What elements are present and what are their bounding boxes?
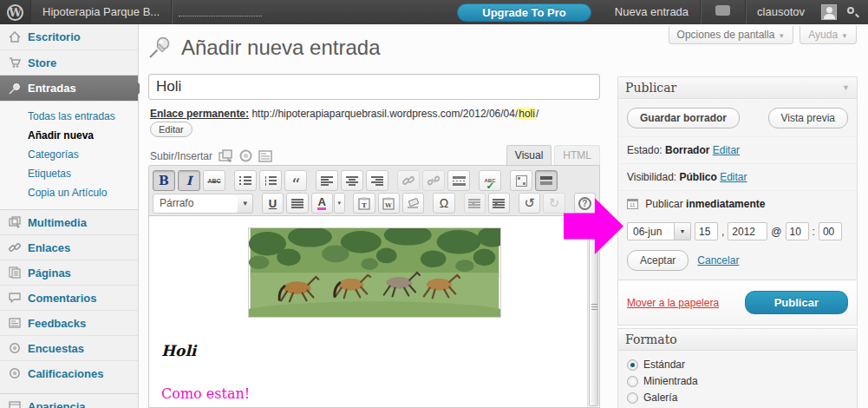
permalink-slug[interactable]: holi bbox=[518, 108, 536, 120]
wordpress-logo[interactable]: W bbox=[0, 0, 31, 24]
post-title-input[interactable] bbox=[148, 74, 600, 100]
hour-input[interactable] bbox=[786, 222, 809, 240]
screen-options-button[interactable]: Opciones de pantalla▼ bbox=[669, 26, 794, 44]
permalink-edit-button[interactable]: Editar bbox=[150, 122, 193, 137]
submenu-item-copia[interactable]: Copia un Artículo bbox=[0, 183, 138, 202]
day-input[interactable] bbox=[695, 222, 718, 240]
underline-button[interactable]: U bbox=[262, 193, 284, 214]
avatar[interactable] bbox=[821, 4, 837, 20]
format-option-galeria[interactable]: Galería bbox=[627, 392, 848, 404]
sidebar-item-calificaciones[interactable]: Calificaciones bbox=[0, 360, 138, 385]
bullet-list-button[interactable] bbox=[234, 170, 257, 191]
sidebar-item-escritorio[interactable]: Escritorio bbox=[0, 24, 138, 49]
schedule-label: Publicar bbox=[645, 198, 682, 210]
year-input[interactable] bbox=[728, 222, 767, 240]
comments-menu[interactable] bbox=[701, 0, 745, 24]
sidebar-item-store[interactable]: Store bbox=[0, 49, 138, 75]
editor-content[interactable]: Holi Como estan! bbox=[149, 215, 599, 407]
sidebar-item-enlaces[interactable]: Enlaces bbox=[0, 234, 138, 260]
bold-button[interactable]: B bbox=[153, 170, 175, 191]
submenu-item-todas[interactable]: Todas las entradas bbox=[0, 107, 138, 126]
post-body-paragraph: Como estan! bbox=[161, 385, 599, 402]
format-option-minientrada[interactable]: Minientrada bbox=[627, 375, 848, 387]
format-option-estandar[interactable]: Estándar bbox=[627, 359, 848, 371]
radio-icon[interactable] bbox=[627, 392, 638, 404]
text-color-button[interactable]: A bbox=[311, 193, 333, 214]
site-name-menu[interactable]: Hipoterapia Parque B... bbox=[31, 0, 171, 24]
justify-button[interactable] bbox=[286, 193, 308, 214]
minute-input[interactable] bbox=[819, 222, 842, 240]
month-select[interactable]: 06-jun ▼ bbox=[627, 222, 691, 240]
italic-button[interactable]: I bbox=[178, 170, 200, 191]
permalink-url: http://hipoterapiaparquebrasil.wordpress… bbox=[251, 108, 518, 120]
format-panel: Formato Estándar Minientrada Galería bbox=[617, 328, 858, 408]
ratings-icon bbox=[9, 367, 21, 379]
undo-button[interactable]: ↺ bbox=[519, 193, 540, 214]
sidebar-item-multimedia[interactable]: Multimedia bbox=[0, 209, 138, 234]
fullscreen-icon bbox=[516, 175, 527, 187]
text-color-caret[interactable]: ▾ bbox=[334, 193, 345, 214]
editor: B I ABC “ ABC✓ bbox=[148, 165, 600, 408]
schedule-ok-button[interactable]: Aceptar bbox=[627, 250, 689, 271]
sidebar-item-feedbacks[interactable]: Feedbacks bbox=[0, 310, 138, 335]
paste-from-word-button[interactable]: W bbox=[378, 193, 400, 214]
status-value: Borrador bbox=[665, 144, 709, 156]
panel-toggle-icon[interactable]: ▼ bbox=[842, 83, 850, 92]
tab-html[interactable]: HTML bbox=[554, 145, 600, 167]
search-icon[interactable] bbox=[847, 7, 858, 17]
schedule-cancel-link[interactable]: Cancelar bbox=[697, 254, 739, 267]
submenu-item-anadir-nueva[interactable]: Añadir nueva bbox=[0, 126, 138, 145]
align-right-button[interactable] bbox=[366, 170, 388, 191]
remove-formatting-button[interactable] bbox=[402, 193, 424, 214]
account-menu[interactable]: clausotov bbox=[746, 0, 816, 24]
upgrade-to-pro-button[interactable]: Upgrade To Pro bbox=[457, 3, 591, 22]
home-icon bbox=[9, 31, 21, 43]
sidebar-item-entradas[interactable]: Entradas bbox=[0, 75, 138, 101]
preview-button[interactable]: Vista previa bbox=[768, 108, 848, 128]
visibility-edit-link[interactable]: Editar bbox=[720, 171, 747, 183]
radio-icon[interactable] bbox=[627, 376, 638, 387]
new-post-menu[interactable]: Nueva entrada bbox=[604, 0, 700, 24]
submenu-item-categorias[interactable]: Categorías bbox=[0, 145, 138, 164]
align-center-button[interactable] bbox=[341, 170, 363, 191]
paragraph-select-caret[interactable]: ▼ bbox=[238, 194, 253, 214]
insert-link-button[interactable] bbox=[397, 170, 420, 191]
sidebar-item-comentarios[interactable]: Comentarios bbox=[0, 285, 138, 310]
status-edit-link[interactable]: Editar bbox=[713, 144, 740, 156]
kitchen-sink-button[interactable] bbox=[535, 170, 558, 191]
help-button-editor[interactable]: ? bbox=[574, 193, 596, 214]
bullet-list-icon bbox=[239, 176, 251, 186]
spellcheck-icon: ABC✓ bbox=[485, 178, 496, 183]
paragraph-format-select[interactable]: Párrafo bbox=[153, 194, 238, 214]
tab-visual[interactable]: Visual bbox=[506, 145, 551, 167]
status-row: Estado: Borrador Editar bbox=[618, 136, 857, 163]
sidebar-item-encuestas[interactable]: Encuestas bbox=[0, 335, 138, 360]
blockquote-button[interactable]: “ bbox=[284, 170, 307, 191]
sidebar-item-paginas[interactable]: Páginas bbox=[0, 260, 138, 285]
month-select-caret-icon[interactable]: ▼ bbox=[675, 222, 691, 240]
outdent-button[interactable] bbox=[464, 193, 486, 214]
align-left-button[interactable] bbox=[316, 170, 338, 191]
format-panel-header[interactable]: Formato bbox=[618, 329, 857, 351]
publish-button[interactable]: Publicar bbox=[745, 291, 848, 314]
publish-panel-header[interactable]: Publicar ▼ bbox=[618, 77, 857, 99]
sidebar-item-apariencia[interactable]: Apariencia bbox=[0, 393, 138, 408]
special-character-button[interactable]: Ω bbox=[433, 193, 454, 214]
save-draft-button[interactable]: Guardar borrador bbox=[627, 108, 740, 128]
redo-button[interactable]: ↻ bbox=[543, 193, 565, 214]
remove-link-button[interactable] bbox=[422, 170, 445, 191]
paste-as-text-button[interactable]: T bbox=[353, 193, 375, 214]
move-to-trash-link[interactable]: Mover a la papelera bbox=[627, 297, 719, 309]
fullscreen-button[interactable] bbox=[510, 170, 532, 191]
numbered-list-button[interactable] bbox=[259, 170, 282, 191]
post-image-horses[interactable] bbox=[248, 227, 501, 318]
indent-button[interactable] bbox=[488, 193, 510, 214]
chevron-down-icon: ▼ bbox=[778, 32, 785, 40]
submenu-item-etiquetas[interactable]: Etiquetas bbox=[0, 164, 138, 183]
radio-checked-icon[interactable] bbox=[627, 359, 638, 371]
admin-sidebar: Escritorio Store Entradas Todas las entr… bbox=[0, 24, 139, 408]
spellcheck-button[interactable]: ABC✓ bbox=[479, 170, 501, 191]
help-button[interactable]: Ayuda▼ bbox=[799, 26, 857, 44]
strikethrough-button[interactable]: ABC bbox=[203, 170, 225, 191]
insert-more-button[interactable] bbox=[447, 170, 470, 191]
